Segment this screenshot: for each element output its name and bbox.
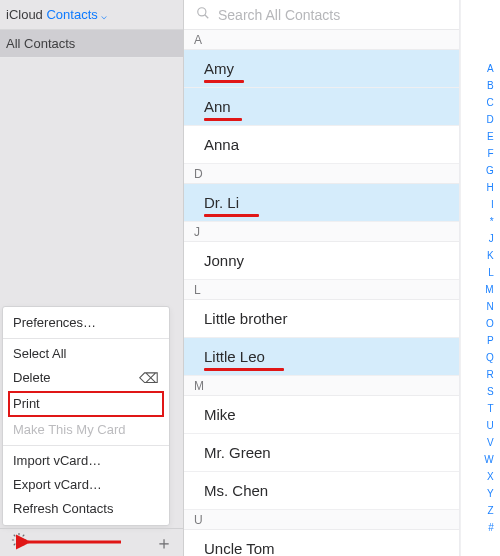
index-letter[interactable]: P [461, 332, 500, 349]
index-letter[interactable]: I [461, 196, 500, 213]
menu-item-make-my-card: Make This My Card [3, 418, 169, 442]
app-header: iCloud Contacts⌵ [0, 0, 183, 30]
index-letter[interactable]: K [461, 247, 500, 264]
contact-row[interactable]: Little Leo [184, 338, 459, 376]
index-letter[interactable]: S [461, 383, 500, 400]
contact-row[interactable]: Mike [184, 396, 459, 434]
add-contact-button[interactable]: ＋ [155, 531, 173, 555]
section-header: J [184, 222, 459, 242]
index-letter[interactable]: D [461, 111, 500, 128]
contact-row[interactable]: Ann [184, 88, 459, 126]
contact-name: Mr. Green [204, 444, 271, 461]
search-icon [196, 6, 210, 23]
contacts-list[interactable]: AAmyAnnAnnaDDr. LiJJonnyLLittle brotherL… [184, 30, 459, 556]
settings-context-menu: Preferences… Select All Delete ⌫ Print M… [2, 306, 170, 526]
annotation-underline [204, 118, 242, 121]
annotation-arrow-icon [16, 530, 126, 554]
menu-separator [3, 338, 169, 339]
index-letter[interactable]: N [461, 298, 500, 315]
contact-name: Mike [204, 406, 236, 423]
contact-name: Jonny [204, 252, 244, 269]
contact-name: Little brother [204, 310, 287, 327]
index-letter[interactable]: W [461, 451, 500, 468]
index-letter[interactable]: Q [461, 349, 500, 366]
index-letter[interactable]: M [461, 281, 500, 298]
index-letter[interactable]: H [461, 179, 500, 196]
section-header: M [184, 376, 459, 396]
contact-name: Ms. Chen [204, 482, 268, 499]
index-letter[interactable]: J [461, 230, 500, 247]
index-letter[interactable]: O [461, 315, 500, 332]
contact-row[interactable]: Amy [184, 50, 459, 88]
menu-item-delete-label: Delete [13, 366, 51, 390]
index-letter[interactable]: R [461, 366, 500, 383]
contact-row[interactable]: Anna [184, 126, 459, 164]
contact-row[interactable]: Dr. Li [184, 184, 459, 222]
gear-icon[interactable] [10, 531, 28, 554]
section-header: U [184, 510, 459, 530]
index-letter[interactable]: E [461, 128, 500, 145]
svg-point-2 [198, 8, 206, 16]
sidebar: iCloud Contacts⌵ All Contacts Preference… [0, 0, 184, 556]
index-letter[interactable]: A [461, 60, 500, 77]
contact-name: Little Leo [204, 348, 265, 365]
chevron-down-icon: ⌵ [101, 10, 107, 21]
section-header: A [184, 30, 459, 50]
annotation-underline [204, 80, 244, 83]
contacts-list-column: Search All Contacts AAmyAnnAnnaDDr. LiJJ… [184, 0, 460, 556]
index-letter[interactable]: T [461, 400, 500, 417]
contact-row[interactable]: Little brother [184, 300, 459, 338]
menu-item-refresh-contacts[interactable]: Refresh Contacts [3, 497, 169, 521]
index-letter[interactable]: Z [461, 502, 500, 519]
alphabet-index[interactable]: ABCDEFGHI*JKLMNOPQRSTUVWXYZ# [460, 0, 500, 556]
index-letter[interactable]: G [461, 162, 500, 179]
contact-name: Ann [204, 98, 231, 115]
contact-name: Amy [204, 60, 234, 77]
contact-name: Dr. Li [204, 194, 239, 211]
menu-item-export-vcard[interactable]: Export vCard… [3, 473, 169, 497]
annotation-underline [204, 368, 284, 371]
backspace-icon: ⌫ [139, 366, 159, 390]
index-letter[interactable]: Y [461, 485, 500, 502]
module-label: Contacts [46, 7, 97, 22]
index-letter[interactable]: L [461, 264, 500, 281]
index-letter[interactable]: * [461, 213, 500, 230]
svg-line-3 [205, 15, 209, 19]
search-input[interactable]: Search All Contacts [184, 0, 459, 30]
contact-name: Anna [204, 136, 239, 153]
module-dropdown[interactable]: Contacts⌵ [46, 7, 106, 22]
index-letter[interactable]: C [461, 94, 500, 111]
menu-separator [3, 445, 169, 446]
contact-row[interactable]: Mr. Green [184, 434, 459, 472]
annotation-underline [204, 214, 259, 217]
section-header: D [184, 164, 459, 184]
sidebar-item-all-contacts[interactable]: All Contacts [0, 30, 183, 58]
app-name: iCloud [6, 7, 43, 22]
menu-item-preferences[interactable]: Preferences… [3, 311, 169, 335]
sidebar-footer: ＋ [0, 528, 183, 556]
index-letter[interactable]: V [461, 434, 500, 451]
section-header: L [184, 280, 459, 300]
svg-point-0 [17, 538, 22, 543]
menu-item-delete[interactable]: Delete ⌫ [3, 366, 169, 390]
index-letter[interactable]: X [461, 468, 500, 485]
index-letter[interactable]: B [461, 77, 500, 94]
index-letter[interactable]: # [461, 519, 500, 536]
contact-row[interactable]: Ms. Chen [184, 472, 459, 510]
search-placeholder: Search All Contacts [218, 7, 340, 23]
menu-item-import-vcard[interactable]: Import vCard… [3, 449, 169, 473]
contact-row[interactable]: Jonny [184, 242, 459, 280]
menu-item-print[interactable]: Print [9, 392, 163, 416]
menu-item-select-all[interactable]: Select All [3, 342, 169, 366]
index-letter[interactable]: F [461, 145, 500, 162]
index-letter[interactable]: U [461, 417, 500, 434]
contact-name: Uncle Tom [204, 540, 275, 556]
contact-row[interactable]: Uncle Tom [184, 530, 459, 556]
